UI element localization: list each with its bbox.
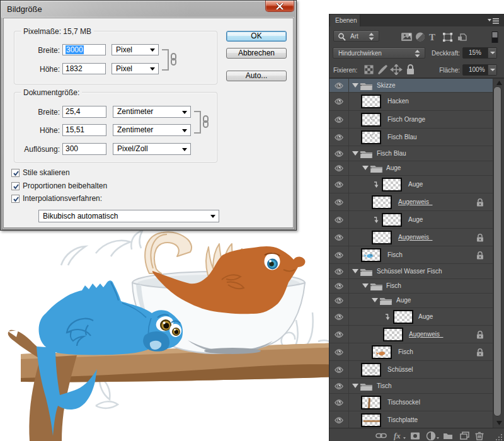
svg-text:T: T [429,32,435,42]
svg-text:fx: fx [394,431,401,440]
